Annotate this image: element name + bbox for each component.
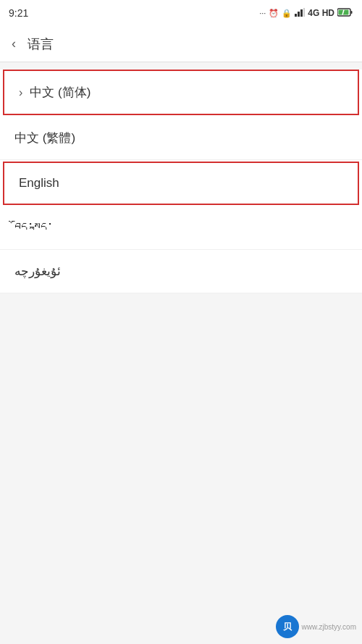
svg-rect-1 [298, 12, 300, 17]
svg-rect-3 [303, 8, 305, 17]
language-label: ئۇيغۇرچە [14, 264, 61, 279]
watermark-url: www.zjbstyy.com [302, 623, 356, 631]
status-time: 9:21 [9, 7, 28, 19]
language-item-en[interactable]: English [3, 162, 359, 205]
language-label: English [19, 176, 59, 191]
svg-rect-2 [300, 9, 303, 17]
signal-bars-icon [295, 8, 305, 18]
battery-icon [337, 8, 353, 18]
svg-rect-5 [351, 11, 353, 14]
nav-bar: ‹ 语言 [0, 26, 362, 62]
watermark: 贝 www.zjbstyy.com [276, 615, 356, 638]
language-item-bo[interactable]: བོད་སྐད་ [0, 206, 362, 250]
back-arrow-icon: ‹ [12, 36, 16, 51]
language-item-zh-hans[interactable]: ›中文 (简体) [3, 70, 359, 115]
svg-rect-0 [295, 14, 297, 17]
chevron-icon: › [19, 86, 22, 99]
language-item-zh-hant[interactable]: 中文 (繁體) [0, 117, 362, 160]
alarm-icon: ⏰ [269, 9, 279, 18]
status-icons: ··· ⏰ 🔒 4G HD [259, 8, 353, 18]
language-label: བོད་སྐད་ [14, 221, 54, 235]
lock-icon: 🔒 [282, 9, 292, 18]
language-label: 中文 (繁體) [14, 130, 75, 146]
back-button[interactable]: ‹ [12, 36, 19, 51]
language-item-ug[interactable]: ئۇيغۇرچە [0, 250, 362, 293]
language-label: 中文 (简体) [30, 84, 90, 101]
network-type-label: 4G HD [308, 8, 334, 18]
signal-dots-icon: ··· [259, 9, 266, 17]
watermark-icon-text: 贝 [283, 621, 292, 633]
status-bar: 9:21 ··· ⏰ 🔒 4G HD [0, 0, 362, 26]
watermark-icon: 贝 [276, 615, 299, 638]
page-title: 语言 [28, 35, 54, 53]
language-list: ›中文 (简体)中文 (繁體)Englishབོད་སྐད་ئۇيغۇرچە [0, 70, 362, 293]
